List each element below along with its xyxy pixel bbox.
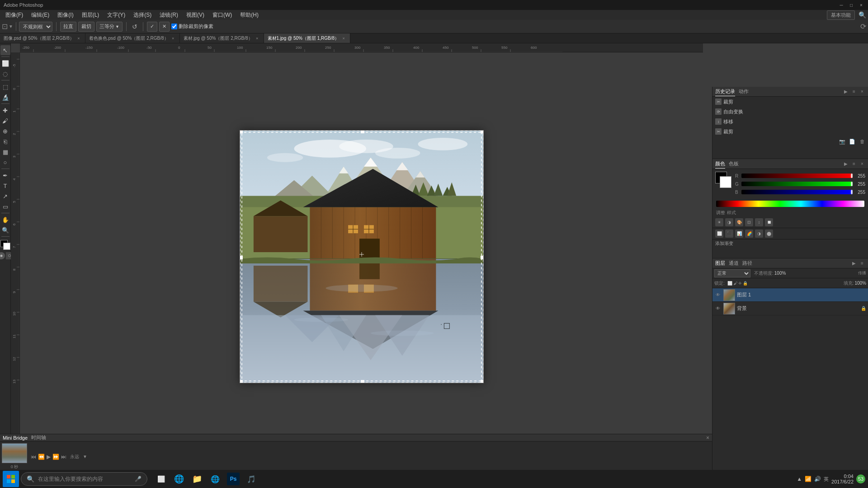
ie-icon[interactable]: 🌐 [207,471,223,487]
layers-tab[interactable]: 图层 [715,260,725,267]
blend-mode-select[interactable]: 正常 [714,269,750,277]
timeline-to-start-btn[interactable]: ⏮ [31,454,36,460]
adj-btn-2[interactable]: ◑ [725,218,733,226]
workspace-search-icon[interactable]: 🔍 [859,11,866,19]
standard-mode-btn[interactable]: ◉ [0,252,5,259]
r-slider[interactable] [741,174,853,178]
tab-3[interactable]: 素材1.jpg @ 50%（图层 1,RGB/8） × [264,33,351,43]
new-snapshot-btn[interactable]: 📷 [838,137,846,145]
layers-expand-btn[interactable]: ≡ [859,260,865,267]
media-icon[interactable]: 🎵 [243,471,259,487]
menu-layer[interactable]: 图层(L) [78,10,103,20]
edge-icon[interactable]: 🌐 [171,471,187,487]
tool-selector-dropdown[interactable]: 不规则框 [19,22,52,32]
lock-position-icon[interactable]: ✛ [738,281,742,286]
mini-bridge-tab[interactable]: Mini Bridge [3,435,28,441]
history-panel-menu-btn[interactable]: ▶ [843,89,849,95]
fg-bg-colors[interactable] [0,240,10,250]
crop-button[interactable]: 裁切 [78,22,94,32]
adj-btn-5[interactable]: ↕ [755,218,763,226]
eyedropper-tool[interactable]: 🔬 [0,92,10,102]
language-indicator[interactable]: 英 [824,476,829,483]
color-panel-expand-btn[interactable]: ≡ [851,161,857,167]
adj-btn-6[interactable]: 🔲 [765,218,773,226]
history-panel-expand-btn[interactable]: ≡ [851,89,857,95]
tab-0[interactable]: 图像.psd @ 50%（图层 2,RGB/8） × [0,33,85,43]
eraser-tool[interactable]: ⎗ [0,136,10,146]
create-document-btn[interactable]: 📄 [848,137,856,145]
menu-filter[interactable]: 滤镜(R) [156,10,182,20]
rotate-icon[interactable]: ⟳ [860,22,866,31]
paths-tab[interactable]: 路径 [742,260,752,267]
menu-edit[interactable]: 编辑(E) [28,10,53,20]
healing-tool[interactable]: ✚ [0,105,10,115]
history-item-0[interactable]: ✂ 裁剪 [712,97,868,107]
fg-bg-color-picker[interactable] [715,172,731,188]
adj-btn-10[interactable]: 🌈 [745,230,753,238]
tab-close-1[interactable]: × [170,36,176,41]
g-slider[interactable] [741,182,853,186]
start-button[interactable] [3,471,19,487]
background-swatch[interactable] [720,176,731,188]
layer-1-visibility-btn[interactable]: 👁 [714,305,722,312]
thirds-button[interactable]: 三等分 ▼ [96,22,123,32]
color-gradient-bar[interactable] [716,201,864,207]
notification-badge[interactable]: 53 [856,474,865,483]
hand-tool[interactable]: ✋ [0,215,10,225]
move-tool[interactable]: ↖ [0,45,10,55]
tab-2[interactable]: 素材.jpg @ 50%（图层 2,RGB/8） × [180,33,264,43]
photoshop-icon[interactable]: Ps [225,471,241,487]
adj-btn-11[interactable]: ◑ [755,230,763,238]
layer-item-0[interactable]: 👁 图层 1 [712,288,868,302]
systray-up-icon[interactable]: ▲ [797,476,802,482]
menu-image[interactable]: 图像(I) [54,10,77,20]
volume-icon[interactable]: 🔊 [814,476,821,482]
adj-btn-3[interactable]: 🎨 [735,218,743,226]
dodge-tool[interactable]: ○ [0,157,10,167]
menu-view[interactable]: 视图(V) [183,10,208,20]
cancel-crop-button[interactable]: ✕ [159,22,170,32]
workspace-button[interactable]: 基本功能 [827,10,855,20]
canvas-image[interactable]: · [240,130,484,383]
timeline-play-btn[interactable]: ▶ [47,454,51,460]
b-slider[interactable] [741,190,853,194]
tab-close-2[interactable]: × [255,36,260,41]
tab-close-3[interactable]: × [341,36,346,41]
timeline-loop-label[interactable]: 永远 [68,454,81,460]
timeline-next-btn[interactable]: ⏩ [52,454,59,460]
taskbar-search[interactable]: 🔍 在这里输入你要搜索的内容 🎤 [21,472,147,486]
background-color[interactable] [3,243,10,250]
task-view-btn[interactable]: ⬜ [153,471,169,487]
tab-close-0[interactable]: × [76,36,81,41]
gradient-tool[interactable]: ▦ [0,147,10,157]
reset-button[interactable]: ↺ [130,22,139,31]
path-select-tool[interactable]: ↗ [0,191,10,201]
menu-select[interactable]: 选择(S) [130,10,155,20]
adj-btn-4[interactable]: ⊡ [745,218,753,226]
lock-all-icon[interactable]: 🔒 [743,281,748,286]
layers-menu-btn[interactable]: ▶ [851,260,857,267]
network-icon[interactable]: 📶 [805,476,811,482]
timeline-close-btn[interactable]: × [706,435,709,441]
layer-item-1[interactable]: 👁 背景 🔒 [712,302,868,315]
layer-0-visibility-btn[interactable]: 👁 [714,291,722,299]
channels-tab[interactable]: 通道 [729,260,739,267]
color-tab[interactable]: 颜色 [715,160,725,169]
timeline-prev-btn[interactable]: ⏪ [38,454,45,460]
close-button[interactable]: × [858,2,864,8]
add-gradient-btn[interactable]: 添加渐变 [712,239,868,248]
color-panel-close-btn[interactable]: × [859,161,865,167]
history-tab[interactable]: 历史记录 [715,87,735,96]
actions-tab[interactable]: 动作 [739,87,749,96]
straighten-button[interactable]: 拉直 [60,22,76,32]
adj-btn-1[interactable]: ☀ [715,218,723,226]
canvas-container[interactable]: · [20,52,703,461]
history-item-3[interactable]: ✂ 裁剪 [712,127,868,136]
zoom-tool[interactable]: 🔍 [0,225,10,235]
lock-image-icon[interactable]: 🖌 [733,281,737,286]
maximize-button[interactable]: □ [848,2,854,8]
delete-crop-checkbox[interactable] [171,23,177,29]
color-panel-menu-btn[interactable]: ▶ [843,161,849,167]
swatches-tab[interactable]: 色板 [729,160,739,169]
type-tool[interactable]: T [0,181,10,191]
